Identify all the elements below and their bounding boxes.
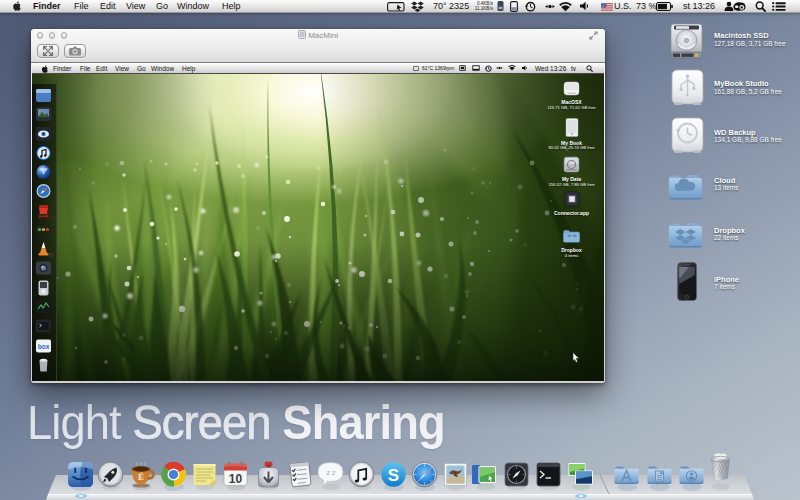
svg-text:É: É bbox=[137, 472, 143, 482]
svg-text:z z: z z bbox=[325, 468, 335, 475]
svg-text:box: box bbox=[38, 343, 50, 350]
svg-text:10: 10 bbox=[228, 471, 242, 485]
svg-text:S: S bbox=[387, 466, 398, 485]
